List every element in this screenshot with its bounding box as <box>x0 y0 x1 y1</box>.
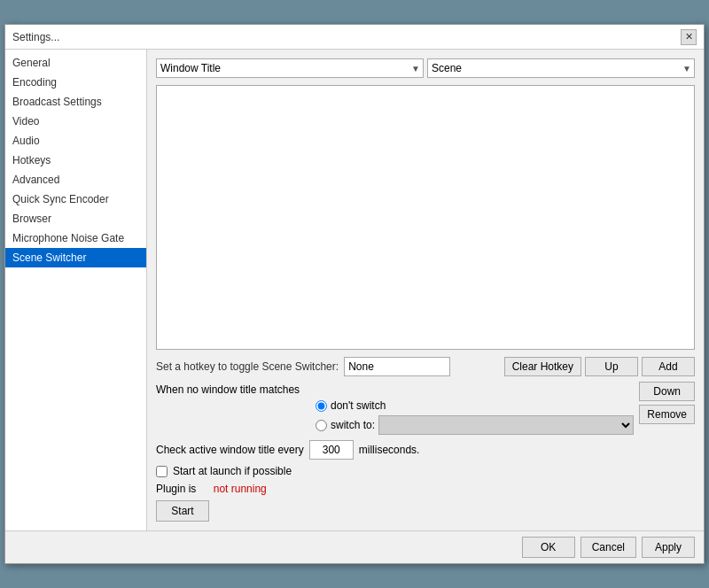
interval-input[interactable] <box>309 440 354 460</box>
hotkey-row: Set a hotkey to toggle Scene Switcher: C… <box>156 357 695 376</box>
when-options: When no window title matches don't switc… <box>156 382 634 435</box>
apply-button[interactable]: Apply <box>642 537 695 558</box>
when-section: When no window title matches don't switc… <box>156 382 695 435</box>
main-content: Window Title ▼ Scene ▼ Set a hotkey to t… <box>147 50 704 530</box>
switch-to-dropdown[interactable] <box>378 415 634 435</box>
hotkey-input[interactable] <box>344 357 450 376</box>
remove-button[interactable]: Remove <box>639 405 695 424</box>
up-button[interactable]: Up <box>585 357 638 376</box>
dont-switch-label: don't switch <box>331 399 386 412</box>
controls-section: Set a hotkey to toggle Scene Switcher: C… <box>156 357 695 522</box>
hotkey-label: Set a hotkey to toggle Scene Switcher: <box>156 360 339 373</box>
start-at-launch-checkbox[interactable] <box>156 466 168 477</box>
when-no-match-label: When no window title matches <box>156 382 300 396</box>
sidebar-item-encoding[interactable]: Encoding <box>5 73 146 92</box>
plugin-status-label: Plugin is <box>156 483 196 495</box>
hotkey-right-buttons: Clear Hotkey Up Add <box>504 357 695 376</box>
clear-hotkey-button[interactable]: Clear Hotkey <box>504 357 581 376</box>
sidebar-item-broadcast[interactable]: Broadcast Settings <box>5 92 146 112</box>
start-at-launch-label: Start at launch if possible <box>173 465 292 477</box>
add-button[interactable]: Add <box>642 357 695 376</box>
close-button[interactable]: ✕ <box>681 29 697 45</box>
ok-button[interactable]: OK <box>522 537 575 558</box>
window-title-dropdown[interactable]: Window Title <box>156 58 424 78</box>
switch-to-radio[interactable] <box>316 420 327 431</box>
sidebar-item-video[interactable]: Video <box>5 112 146 131</box>
sidebar-item-quick-sync[interactable]: Quick Sync Encoder <box>5 190 146 209</box>
sidebar-item-advanced[interactable]: Advanced <box>5 170 146 190</box>
settings-dialog: Settings... ✕ General Encoding Broadcast… <box>4 24 705 564</box>
plugin-status-row: Plugin is not running <box>156 483 695 495</box>
scene-dropdown[interactable]: Scene <box>427 58 695 78</box>
dont-switch-radio[interactable] <box>316 400 327 412</box>
start-button[interactable]: Start <box>156 500 209 522</box>
dont-switch-option: don't switch <box>316 399 634 412</box>
interval-row: Check active window title every millisec… <box>156 440 695 460</box>
scene-switcher-list <box>156 85 695 350</box>
cancel-button[interactable]: Cancel <box>580 537 636 558</box>
sidebar-item-scene-switcher[interactable]: Scene Switcher <box>5 248 146 267</box>
sidebar-item-mic-noise[interactable]: Microphone Noise Gate <box>5 228 146 248</box>
dialog-body: General Encoding Broadcast Settings Vide… <box>5 50 704 530</box>
sidebar-item-browser[interactable]: Browser <box>5 209 146 228</box>
dialog-footer: OK Cancel Apply <box>5 530 704 563</box>
top-dropdowns: Window Title ▼ Scene ▼ <box>156 58 695 78</box>
title-bar: Settings... ✕ <box>5 25 704 50</box>
sidebar-item-audio[interactable]: Audio <box>5 131 146 151</box>
switch-to-label: switch to: <box>331 419 375 431</box>
down-button[interactable]: Down <box>639 382 695 401</box>
start-at-launch-row: Start at launch if possible <box>156 465 695 477</box>
milliseconds-label: milliseconds. <box>359 444 420 456</box>
plugin-status-value: not running <box>214 483 267 495</box>
check-interval-label: Check active window title every <box>156 444 304 456</box>
start-btn-row: Start <box>156 500 695 522</box>
plugin-is-text <box>205 483 207 495</box>
radio-options: don't switch switch to: <box>156 399 634 435</box>
dialog-title: Settings... <box>12 31 59 43</box>
sidebar: General Encoding Broadcast Settings Vide… <box>5 50 147 530</box>
switch-to-option: switch to: <box>316 415 634 435</box>
sidebar-item-hotkeys[interactable]: Hotkeys <box>5 151 146 170</box>
scene-wrapper: Scene ▼ <box>427 58 695 78</box>
sidebar-item-general[interactable]: General <box>5 53 146 73</box>
when-no-match-section: When no window title matches <box>156 382 634 396</box>
window-title-wrapper: Window Title ▼ <box>156 58 424 78</box>
down-remove-buttons: Down Remove <box>639 382 695 424</box>
